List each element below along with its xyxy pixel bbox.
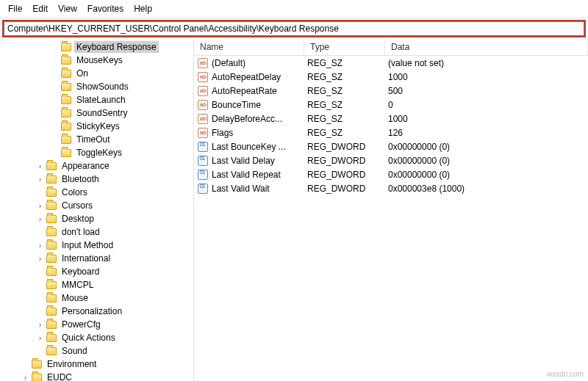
value-row[interactable]: FlagsREG_SZ126 (194, 126, 588, 139)
addressbar-highlight (2, 20, 586, 37)
value-type: REG_DWORD (304, 142, 385, 152)
tree-item-mouse[interactable]: Mouse (0, 291, 193, 305)
value-type: REG_SZ (304, 58, 385, 68)
tree-item-eudc[interactable]: ›EUDC (0, 371, 193, 381)
tree-item-environment[interactable]: Environment (0, 358, 193, 371)
tree-item-label: Colors (60, 186, 90, 198)
value-data: 0x000003e8 (1000) (385, 184, 588, 194)
value-row[interactable]: Last Valid DelayREG_DWORD0x00000000 (0) (194, 153, 588, 167)
chevron-right-icon[interactable]: › (35, 320, 45, 330)
value-row[interactable]: Last BounceKey ...REG_DWORD0x00000000 (0… (194, 139, 588, 153)
reg-string-icon (197, 71, 209, 83)
chevron-right-icon[interactable]: › (35, 214, 45, 224)
tree-item-appearance[interactable]: ›Appearance (0, 159, 193, 173)
chevron-right-icon[interactable]: › (35, 201, 45, 211)
value-name: AutoRepeatDelay (212, 72, 281, 82)
value-row[interactable]: BounceTimeREG_SZ0 (194, 98, 588, 112)
registry-tree: Keyboard ResponseMouseKeysOnShowSoundsSl… (0, 39, 193, 381)
chevron-right-icon[interactable]: › (35, 175, 45, 184)
tree-item-personalization[interactable]: Personalization (0, 305, 193, 318)
value-name: Last Valid Wait (212, 184, 270, 194)
tree-item-cursors[interactable]: ›Cursors (0, 199, 193, 212)
tree-item-label: Personalization (60, 305, 124, 317)
reg-dword-icon (197, 169, 209, 181)
tree-item-label: Environment (45, 358, 98, 370)
menu-file[interactable]: File (3, 1, 27, 16)
addressbar-input[interactable] (4, 21, 584, 36)
tree-item-bluetooth[interactable]: ›Bluetooth (0, 173, 193, 186)
tree-item-on[interactable]: On (0, 67, 193, 80)
folder-icon (46, 334, 57, 342)
folder-icon (46, 228, 57, 236)
chevron-right-icon[interactable]: › (21, 373, 30, 382)
chevron-right-icon[interactable]: › (35, 333, 45, 343)
tree-item-powercfg[interactable]: ›PowerCfg (0, 318, 193, 331)
value-name: BounceTime (212, 100, 261, 110)
value-row[interactable]: Last Valid RepeatREG_DWORD0x00000000 (0) (194, 167, 588, 181)
value-data: 500 (385, 86, 588, 96)
value-row[interactable]: DelayBeforeAcc...REG_SZ1000 (194, 112, 588, 126)
tree-item-label: MMCPL (60, 279, 96, 291)
chevron-right-icon[interactable]: › (35, 241, 45, 250)
tree-item-label: ShowSounds (74, 81, 131, 92)
tree-item-soundsentry[interactable]: SoundSentry (0, 106, 193, 120)
tree-item-input-method[interactable]: ›Input Method (0, 239, 193, 252)
column-header-data[interactable]: Data (385, 39, 588, 55)
tree-item-keyboard-response[interactable]: Keyboard Response (0, 40, 193, 54)
tree-item-label: Bluetooth (60, 173, 101, 185)
value-row[interactable]: AutoRepeatRateREG_SZ500 (194, 84, 588, 98)
value-type: REG_DWORD (304, 184, 385, 194)
menubar: File Edit View Favorites Help (0, 0, 588, 18)
folder-icon (61, 70, 71, 78)
menu-edit[interactable]: Edit (27, 1, 53, 16)
value-type: REG_DWORD (304, 170, 385, 180)
tree-item-label: International (60, 253, 112, 264)
tree-item-mmcpl[interactable]: MMCPL (0, 278, 193, 291)
value-type: REG_SZ (304, 128, 385, 138)
menu-view[interactable]: View (53, 1, 82, 16)
tree-item-mousekeys[interactable]: MouseKeys (0, 54, 193, 67)
reg-string-icon (197, 99, 209, 111)
value-data: 1000 (385, 114, 588, 124)
tree-item-label: don't load (60, 226, 102, 238)
chevron-right-icon[interactable]: › (35, 254, 45, 264)
value-name: DelayBeforeAcc... (212, 114, 282, 124)
menu-help[interactable]: Help (129, 1, 157, 16)
tree-pane[interactable]: Keyboard ResponseMouseKeysOnShowSoundsSl… (0, 39, 194, 381)
tree-item-don-t-load[interactable]: don't load (0, 225, 193, 239)
main-split: Keyboard ResponseMouseKeysOnShowSoundsSl… (0, 39, 588, 381)
tree-item-keyboard[interactable]: Keyboard (0, 265, 193, 278)
column-header-name[interactable]: Name (194, 39, 304, 55)
tree-item-colors[interactable]: Colors (0, 186, 193, 199)
value-name: AutoRepeatRate (212, 86, 277, 96)
folder-icon (46, 175, 57, 184)
value-row[interactable]: Last Valid WaitREG_DWORD0x000003e8 (1000… (194, 181, 588, 195)
value-type: REG_SZ (304, 72, 385, 82)
folder-icon (46, 268, 57, 276)
value-type: REG_SZ (304, 100, 385, 110)
folder-icon (46, 347, 57, 355)
menu-favorites[interactable]: Favorites (82, 1, 129, 16)
tree-item-sound[interactable]: Sound (0, 344, 193, 358)
reg-string-icon (197, 113, 209, 125)
tree-item-label: TimeOut (74, 134, 112, 145)
tree-item-showsounds[interactable]: ShowSounds (0, 80, 193, 93)
reg-string-icon (197, 57, 209, 69)
values-pane[interactable]: Name Type Data (Default)REG_SZ(value not… (194, 39, 588, 381)
tree-item-timeout[interactable]: TimeOut (0, 133, 193, 146)
tree-item-stickykeys[interactable]: StickyKeys (0, 120, 193, 133)
folder-icon (61, 109, 71, 117)
tree-item-togglekeys[interactable]: ToggleKeys (0, 146, 193, 159)
value-row[interactable]: AutoRepeatDelayREG_SZ1000 (194, 70, 588, 84)
tree-item-desktop[interactable]: ›Desktop (0, 212, 193, 225)
tree-item-label: Mouse (60, 292, 90, 304)
tree-item-slatelaunch[interactable]: SlateLaunch (0, 93, 193, 106)
tree-item-label: Sound (60, 345, 90, 357)
column-header-type[interactable]: Type (304, 39, 385, 55)
folder-icon (61, 43, 71, 51)
value-row[interactable]: (Default)REG_SZ(value not set) (194, 56, 588, 70)
tree-item-international[interactable]: ›International (0, 252, 193, 265)
value-data: 126 (385, 128, 588, 138)
tree-item-quick-actions[interactable]: ›Quick Actions (0, 331, 193, 344)
chevron-right-icon[interactable]: › (35, 162, 45, 171)
